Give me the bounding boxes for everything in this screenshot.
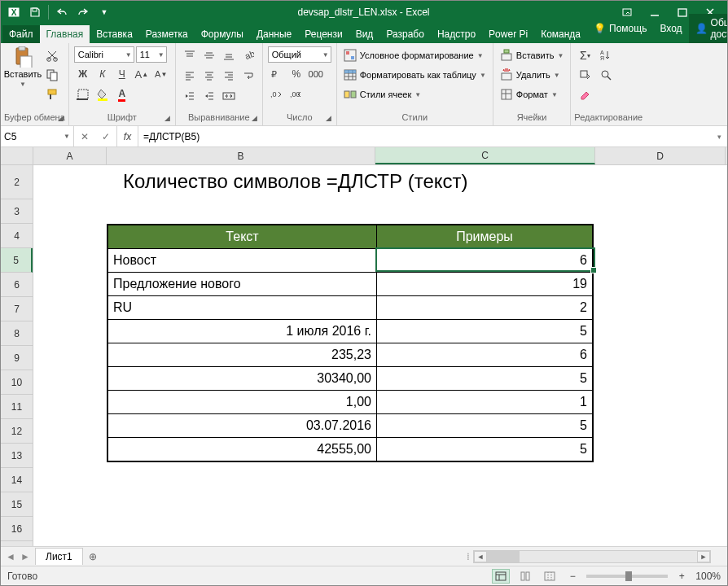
- comma-icon[interactable]: 000: [307, 65, 325, 83]
- cell-styles-button[interactable]: Стили ячеек▼: [342, 85, 488, 103]
- table-cell-text[interactable]: 235,23: [108, 343, 377, 366]
- align-left-icon[interactable]: [181, 67, 199, 85]
- number-format-select[interactable]: Общий▼: [268, 46, 331, 63]
- page-break-view-icon[interactable]: [541, 569, 559, 584]
- fx-icon[interactable]: fx: [117, 126, 138, 146]
- align-right-icon[interactable]: [220, 67, 238, 85]
- row-header[interactable]: 15: [1, 492, 33, 517]
- row-header[interactable]: 7: [1, 297, 33, 321]
- row-header[interactable]: 16: [1, 517, 33, 541]
- row-header[interactable]: 12: [1, 419, 33, 444]
- scroll-thumb[interactable]: [487, 551, 520, 562]
- row-header[interactable]: 8: [1, 321, 33, 346]
- decrease-font-icon[interactable]: A▼: [152, 65, 170, 83]
- autosum-icon[interactable]: Σ▾: [576, 46, 594, 64]
- share-button[interactable]: 👤Общий доступ: [689, 14, 728, 43]
- border-icon[interactable]: [74, 85, 92, 103]
- tab-layout[interactable]: Разметка: [139, 25, 195, 43]
- table-cell-value[interactable]: 2: [377, 296, 592, 319]
- delete-cells-button[interactable]: Удалить▼: [498, 66, 566, 84]
- enter-formula-icon[interactable]: ✓: [95, 126, 116, 147]
- alignment-dialog-icon[interactable]: ◢: [249, 112, 261, 124]
- tab-home[interactable]: Главная: [40, 25, 90, 43]
- row-header[interactable]: 3: [1, 199, 33, 224]
- decrease-indent-icon[interactable]: [181, 87, 199, 105]
- expand-formula-icon[interactable]: ▾: [711, 126, 727, 146]
- font-name-select[interactable]: Calibri▼: [74, 46, 134, 63]
- fill-icon[interactable]: [576, 66, 594, 84]
- sheet-nav-next-icon[interactable]: ►: [19, 549, 32, 564]
- number-dialog-icon[interactable]: ◢: [323, 112, 335, 124]
- redo-icon[interactable]: [73, 2, 93, 22]
- tab-addins[interactable]: Надстро: [431, 25, 482, 43]
- column-header[interactable]: C: [375, 147, 595, 164]
- table-cell-value[interactable]: 1: [377, 391, 592, 413]
- align-bottom-icon[interactable]: [220, 46, 238, 64]
- select-all-corner[interactable]: [1, 147, 33, 165]
- orientation-icon[interactable]: ab: [239, 46, 257, 64]
- font-dialog-icon[interactable]: ◢: [162, 112, 173, 124]
- table-cell-text[interactable]: 1,00: [108, 391, 377, 413]
- increase-decimal-icon[interactable]: ,0: [268, 85, 286, 103]
- zoom-out-icon[interactable]: −: [565, 571, 580, 582]
- name-box[interactable]: C5▼: [1, 126, 74, 146]
- zoom-slider[interactable]: [586, 575, 668, 578]
- sort-filter-icon[interactable]: АЯ: [597, 46, 615, 64]
- zoom-level[interactable]: 100%: [695, 571, 721, 582]
- table-cell-value[interactable]: 19: [377, 273, 592, 295]
- table-cell-text[interactable]: RU: [108, 296, 377, 319]
- fill-color-icon[interactable]: [94, 85, 112, 103]
- row-header[interactable]: 10: [1, 370, 33, 395]
- merge-center-icon[interactable]: [220, 87, 238, 105]
- wrap-text-icon[interactable]: [239, 67, 257, 85]
- column-header[interactable]: A: [33, 147, 107, 164]
- column-header[interactable]: B: [107, 147, 375, 164]
- align-top-icon[interactable]: [181, 46, 199, 64]
- tab-data[interactable]: Данные: [250, 25, 298, 43]
- row-header[interactable]: 2: [1, 165, 33, 199]
- clipboard-dialog-icon[interactable]: ◢: [55, 112, 67, 124]
- sheet-tab[interactable]: Лист1: [35, 548, 83, 565]
- row-header[interactable]: 9: [1, 346, 33, 370]
- insert-cells-button[interactable]: Вставить▼: [498, 46, 566, 64]
- table-cell-text[interactable]: 30340,00: [108, 367, 377, 390]
- paste-button[interactable]: Вставить ▼: [6, 46, 40, 88]
- tab-powerpivot[interactable]: Power Pi: [482, 25, 534, 43]
- qat-customize-icon[interactable]: ▼: [94, 2, 114, 22]
- tab-insert[interactable]: Вставка: [90, 25, 139, 43]
- table-cell-value[interactable]: 5: [377, 367, 592, 390]
- formula-input[interactable]: =ДЛСТР(B5): [138, 126, 711, 146]
- tab-formulas[interactable]: Формулы: [195, 25, 250, 43]
- tab-file[interactable]: Файл: [2, 25, 40, 43]
- font-size-select[interactable]: 11▼: [136, 46, 167, 63]
- percent-icon[interactable]: %: [287, 65, 305, 83]
- table-cell-text[interactable]: 1 июля 2016 г.: [108, 320, 377, 343]
- cut-icon[interactable]: [43, 46, 61, 64]
- tab-view[interactable]: Вид: [349, 25, 380, 43]
- decrease-decimal-icon[interactable]: ,00: [287, 85, 305, 103]
- normal-view-icon[interactable]: [492, 569, 510, 584]
- underline-icon[interactable]: Ч: [113, 65, 131, 83]
- tell-me[interactable]: 💡Помощь: [587, 20, 653, 37]
- zoom-in-icon[interactable]: +: [674, 571, 689, 582]
- scroll-left-icon[interactable]: ◄: [474, 551, 487, 562]
- page-layout-view-icon[interactable]: [516, 569, 534, 584]
- copy-icon[interactable]: [43, 66, 61, 84]
- row-header[interactable]: 5: [1, 248, 33, 273]
- increase-indent-icon[interactable]: [200, 87, 218, 105]
- format-cells-button[interactable]: Формат▼: [498, 85, 566, 103]
- format-painter-icon[interactable]: [43, 85, 61, 103]
- add-sheet-icon[interactable]: ⊕: [83, 551, 103, 562]
- find-select-icon[interactable]: [597, 66, 615, 84]
- table-cell-value[interactable]: 6: [377, 249, 592, 272]
- horizontal-scrollbar[interactable]: ◄ ►: [473, 550, 711, 563]
- clear-icon[interactable]: [576, 85, 594, 103]
- align-center-icon[interactable]: [200, 67, 218, 85]
- worksheet-grid[interactable]: Количество символов =ДЛСТР (текст) Текст…: [33, 165, 727, 546]
- row-header[interactable]: 6: [1, 273, 33, 297]
- conditional-formatting-button[interactable]: Условное форматирование▼: [342, 46, 488, 64]
- table-cell-value[interactable]: 6: [377, 343, 592, 366]
- table-cell-text[interactable]: 42555,00: [108, 438, 377, 461]
- bold-icon[interactable]: Ж: [74, 65, 92, 83]
- sign-in[interactable]: Вход: [653, 20, 688, 37]
